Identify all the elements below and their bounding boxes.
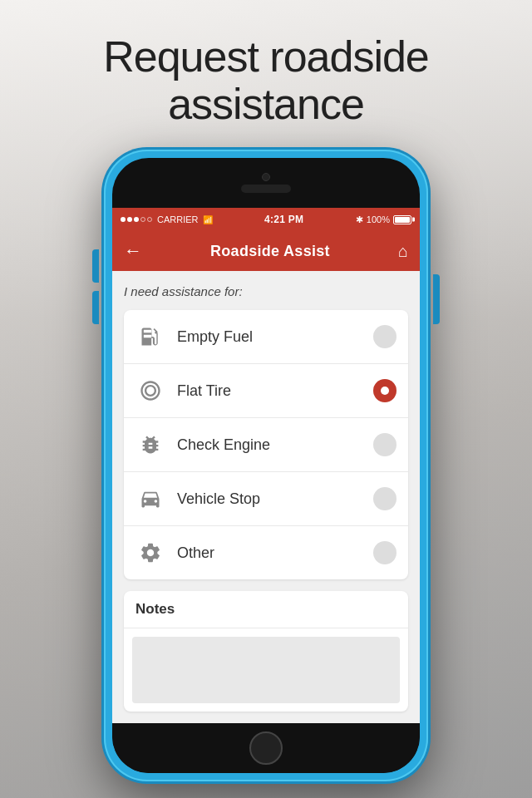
back-button[interactable]: ←	[124, 240, 142, 262]
status-left: CARRIER 📶	[121, 214, 213, 224]
option-empty-fuel[interactable]: Empty Fuel	[124, 310, 408, 364]
empty-fuel-label: Empty Fuel	[177, 328, 373, 346]
power-button	[433, 274, 440, 324]
phone-bottom-bezel	[112, 723, 420, 773]
signal-dot-5	[147, 217, 152, 222]
option-check-engine[interactable]: Check Engine	[124, 418, 408, 472]
vehicle-stop-label: Vehicle Stop	[177, 490, 373, 508]
battery-percent: 100%	[367, 214, 390, 224]
page-title: Request roadside assistance	[0, 33, 532, 128]
signal-dot-3	[134, 217, 139, 222]
battery-icon	[393, 215, 411, 224]
nav-title: Roadside Assist	[210, 243, 330, 260]
fuel-icon	[135, 322, 165, 352]
home-button[interactable]	[249, 732, 283, 765]
vehicle-stop-radio[interactable]	[373, 487, 397, 510]
signal-dot-4	[140, 217, 145, 222]
carrier-label: CARRIER	[157, 214, 199, 224]
option-flat-tire[interactable]: Flat Tire	[124, 364, 408, 418]
car-icon	[135, 484, 165, 514]
speaker	[241, 185, 291, 193]
signal-dot-2	[127, 217, 132, 222]
home-nav-button[interactable]: ⌂	[398, 242, 408, 261]
phone-screen: CARRIER 📶 4:21 PM ✱ 100% ← Roadside Assi…	[112, 208, 420, 723]
other-radio[interactable]	[373, 541, 397, 564]
tire-icon	[135, 376, 165, 406]
battery-fill	[395, 217, 410, 223]
option-vehicle-stop[interactable]: Vehicle Stop	[124, 472, 408, 526]
other-label: Other	[177, 544, 373, 562]
status-right: ✱ 100%	[356, 214, 411, 225]
phone-inner-bezel: CARRIER 📶 4:21 PM ✱ 100% ← Roadside Assi…	[112, 158, 420, 773]
empty-fuel-radio[interactable]	[373, 325, 397, 348]
camera	[262, 173, 270, 181]
flat-tire-radio[interactable]	[373, 379, 397, 402]
signal-dots	[121, 217, 152, 222]
wifi-icon: 📶	[203, 215, 213, 224]
status-bar: CARRIER 📶 4:21 PM ✱ 100%	[112, 208, 420, 231]
volume-up-button	[92, 249, 99, 283]
check-engine-label: Check Engine	[177, 436, 373, 454]
bluetooth-icon: ✱	[356, 214, 363, 225]
gear-settings-icon	[135, 538, 165, 568]
nav-bar: ← Roadside Assist ⌂	[112, 231, 420, 271]
status-time: 4:21 PM	[264, 214, 303, 225]
options-card: Empty Fuel Flat Tire	[124, 310, 408, 579]
engine-icon	[135, 430, 165, 460]
notes-header: Notes	[124, 591, 408, 628]
volume-down-button	[92, 291, 99, 324]
assistance-label: I need assistance for:	[124, 284, 408, 298]
option-other[interactable]: Other	[124, 526, 408, 579]
signal-dot-1	[121, 217, 126, 222]
notes-card: Notes	[124, 591, 408, 712]
check-engine-radio[interactable]	[373, 433, 397, 456]
flat-tire-label: Flat Tire	[177, 382, 373, 400]
notes-textarea[interactable]	[132, 637, 400, 703]
screen-content: I need assistance for: Empty Fuel	[112, 271, 420, 723]
phone-frame: CARRIER 📶 4:21 PM ✱ 100% ← Roadside Assi…	[104, 150, 428, 781]
